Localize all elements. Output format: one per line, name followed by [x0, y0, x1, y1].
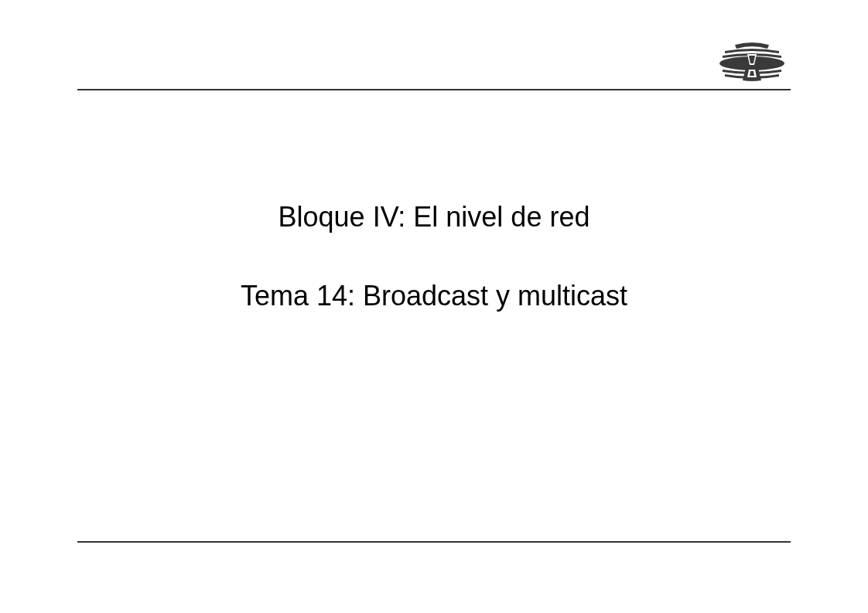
header-divider — [77, 89, 791, 90]
institution-emblem-icon — [713, 39, 791, 85]
footer-divider — [77, 541, 791, 543]
slide-header — [77, 39, 791, 97]
slide-content: Bloque IV: El nivel de red Tema 14: Broa… — [77, 201, 791, 312]
topic-title: Tema 14: Broadcast y multicast — [77, 280, 791, 312]
block-title: Bloque IV: El nivel de red — [77, 201, 791, 233]
